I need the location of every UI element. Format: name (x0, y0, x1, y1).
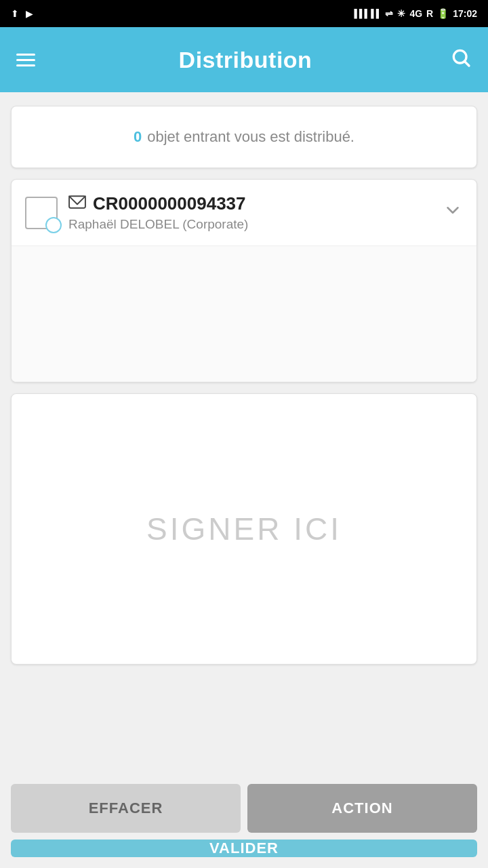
status-bar-right: ▌▌▌ ▌▌ ⇌ ✳ 4G R 🔋 17:02 (354, 8, 477, 19)
item-reference: CR0000000094337 (93, 193, 246, 214)
wifi-icon: ⇌ (385, 8, 393, 19)
status-bar: ⬆ ▶ ▌▌▌ ▌▌ ⇌ ✳ 4G R 🔋 17:02 (0, 0, 488, 27)
clock: 17:02 (453, 8, 477, 19)
network-type: 4G (409, 8, 422, 19)
valider-button[interactable]: VALIDER (11, 840, 477, 857)
expand-chevron-icon[interactable] (443, 200, 463, 225)
notification-text: objet entrant vous est distribué. (147, 128, 354, 146)
envelope-icon (68, 195, 86, 214)
barcode-icon: ▌▌▌ ▌▌ (354, 9, 382, 18)
hamburger-line-3 (16, 64, 35, 66)
item-info: CR0000000094337 Raphaël DELOBEL (Corpora… (68, 193, 432, 232)
page-title: Distribution (41, 47, 450, 73)
menu-button[interactable] (16, 54, 41, 66)
item-checkbox-inner (45, 217, 62, 233)
action-button[interactable]: ACTION (247, 784, 477, 833)
item-subtitle: Raphaël DELOBEL (Corporate) (68, 217, 432, 232)
hamburger-line-2 (16, 59, 35, 61)
bottom-row: EFFACER ACTION (11, 784, 477, 833)
bottom-buttons: EFFACER ACTION VALIDER (0, 784, 488, 868)
item-card: CR0000000094337 Raphaël DELOBEL (Corpora… (11, 179, 477, 382)
status-bar-left: ⬆ ▶ (11, 8, 33, 19)
signature-card[interactable]: SIGNER ICI (11, 393, 477, 665)
search-button[interactable] (450, 47, 472, 73)
carrier: R (426, 8, 433, 19)
effacer-button[interactable]: EFFACER (11, 784, 241, 833)
item-id: CR0000000094337 (68, 193, 432, 214)
main-content: 0 objet entrant vous est distribué. CR00… (0, 92, 488, 784)
bluetooth-icon: ✳ (397, 8, 405, 19)
battery-icon: 🔋 (437, 8, 449, 19)
hamburger-line-1 (16, 54, 35, 56)
item-expanded-area (12, 246, 476, 382)
app-bar: Distribution (0, 27, 488, 92)
notification-card: 0 objet entrant vous est distribué. (11, 106, 477, 168)
item-header[interactable]: CR0000000094337 Raphaël DELOBEL (Corpora… (12, 180, 476, 246)
svg-line-1 (465, 62, 469, 66)
upload-icon: ⬆ (11, 8, 19, 19)
video-icon: ▶ (26, 8, 33, 19)
notification-count: 0 (134, 128, 142, 146)
signature-placeholder: SIGNER ICI (146, 511, 342, 547)
item-checkbox[interactable] (25, 197, 58, 229)
